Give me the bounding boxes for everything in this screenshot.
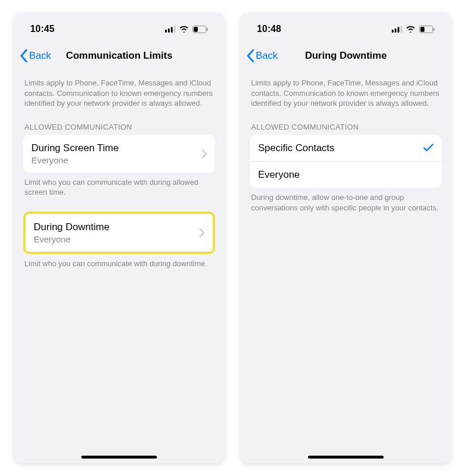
option-label: Specific Contacts xyxy=(258,142,334,154)
row-footer: Limit who you can communicate with durin… xyxy=(23,254,215,273)
chevron-right-icon xyxy=(202,149,207,158)
status-bar: 10:45 xyxy=(14,13,224,40)
row-subtitle: Everyone xyxy=(31,155,119,166)
svg-rect-6 xyxy=(207,28,208,31)
chevron-right-icon xyxy=(199,228,205,237)
back-button[interactable]: Back xyxy=(243,47,281,65)
status-icons xyxy=(165,26,208,33)
wifi-icon xyxy=(406,26,416,33)
svg-rect-5 xyxy=(194,27,198,31)
status-time: 10:48 xyxy=(257,24,281,34)
row-during-downtime[interactable]: During Downtime Everyone xyxy=(26,214,213,252)
row-title: During Screen Time xyxy=(31,142,119,154)
svg-rect-1 xyxy=(168,28,170,33)
phone-right: 10:48 Back During Downtime Limits apply … xyxy=(241,13,451,463)
svg-rect-9 xyxy=(398,27,399,33)
row-title: During Downtime xyxy=(34,221,109,233)
row-text: During Screen Time Everyone xyxy=(31,142,119,166)
option-everyone[interactable]: Everyone xyxy=(250,161,442,188)
home-indicator[interactable] xyxy=(81,456,157,459)
battery-icon xyxy=(192,26,208,33)
back-label: Back xyxy=(256,50,278,62)
chevron-left-icon xyxy=(20,49,28,62)
page-title: Communication Limits xyxy=(66,50,172,62)
row-subtitle: Everyone xyxy=(34,234,109,245)
svg-rect-0 xyxy=(165,30,167,33)
svg-rect-12 xyxy=(420,27,424,31)
phone-left: 10:45 Back Communication Limits Limits a… xyxy=(14,13,224,463)
row-footer: Limit who you can communicate with durin… xyxy=(23,173,215,201)
cellular-icon xyxy=(165,26,176,33)
svg-rect-13 xyxy=(434,28,435,31)
checkmark-icon xyxy=(423,143,434,152)
option-footer: During downtime, allow one-to-one and gr… xyxy=(250,188,442,216)
cell-group-during-downtime: During Downtime Everyone xyxy=(23,212,215,254)
svg-rect-8 xyxy=(395,28,396,33)
option-group: Specific Contacts Everyone xyxy=(250,135,442,188)
svg-rect-2 xyxy=(171,27,173,33)
option-label: Everyone xyxy=(258,169,300,181)
home-indicator[interactable] xyxy=(308,456,384,459)
intro-text: Limits apply to Phone, FaceTime, Message… xyxy=(23,73,215,114)
nav-bar: Back During Downtime xyxy=(241,43,451,69)
back-button[interactable]: Back xyxy=(16,47,55,65)
row-during-screen-time[interactable]: During Screen Time Everyone xyxy=(23,135,215,173)
svg-rect-7 xyxy=(392,30,394,33)
section-header: ALLOWED COMMUNICATION xyxy=(24,123,215,131)
section-header: ALLOWED COMMUNICATION xyxy=(251,123,442,131)
nav-bar: Back Communication Limits xyxy=(14,43,224,69)
content: Limits apply to Phone, FaceTime, Message… xyxy=(241,69,451,463)
option-specific-contacts[interactable]: Specific Contacts xyxy=(250,135,442,161)
status-bar: 10:48 xyxy=(241,13,451,40)
wifi-icon xyxy=(179,26,189,33)
page-title: During Downtime xyxy=(305,50,387,62)
intro-text: Limits apply to Phone, FaceTime, Message… xyxy=(250,73,442,114)
back-label: Back xyxy=(29,50,51,62)
row-text: During Downtime Everyone xyxy=(34,221,109,245)
content: Limits apply to Phone, FaceTime, Message… xyxy=(14,69,224,463)
status-icons xyxy=(392,26,435,33)
svg-rect-3 xyxy=(174,26,176,33)
svg-rect-10 xyxy=(400,26,402,33)
battery-icon xyxy=(419,26,435,33)
cell-group-screen-time: During Screen Time Everyone xyxy=(23,135,215,173)
chevron-left-icon xyxy=(246,49,255,62)
status-time: 10:45 xyxy=(30,24,55,34)
cellular-icon xyxy=(392,26,402,33)
